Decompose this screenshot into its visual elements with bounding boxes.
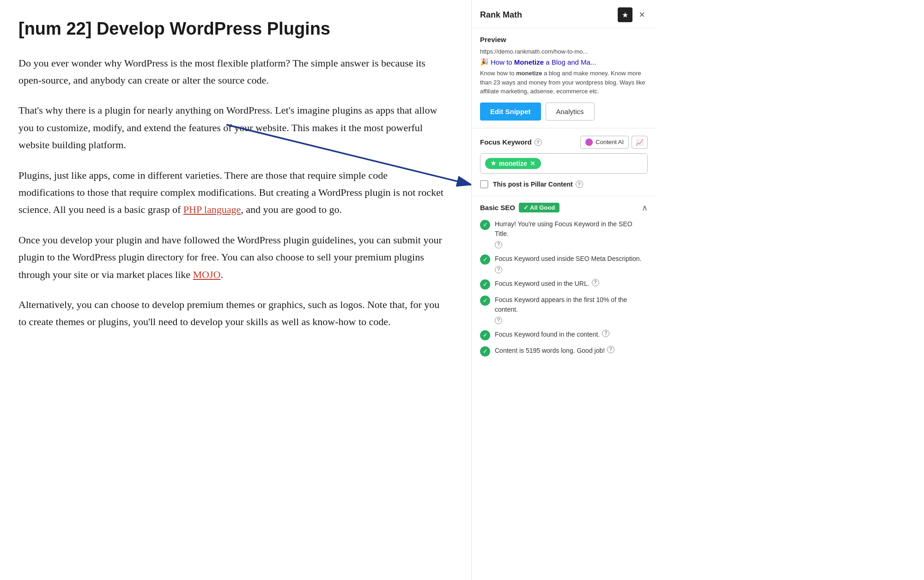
- chart-trend-button[interactable]: 📈: [632, 136, 648, 149]
- preview-title-bold: Monetize: [514, 58, 544, 66]
- keyword-star-icon: ★: [491, 160, 496, 167]
- check-icon-2: ✓: [480, 254, 490, 265]
- content-ai-button[interactable]: Content AI: [580, 136, 629, 149]
- paragraph-3: Plugins, just like apps, come in differe…: [18, 167, 444, 218]
- seo-check-text-5: Focus Keyword found in the content.: [495, 330, 600, 339]
- sidebar-header: Rank Math ★ ×: [472, 0, 656, 28]
- seo-check-text-6: Content is 5195 words long. Good job!: [495, 346, 605, 356]
- content-ai-icon: [585, 139, 593, 146]
- seo-check-item-4: ✓ Focus Keyword appears in the first 10%…: [480, 295, 648, 324]
- sidebar-title: Rank Math: [480, 10, 522, 20]
- analytics-button[interactable]: Analytics: [546, 103, 595, 121]
- check-icon-1: ✓: [480, 220, 490, 230]
- sidebar-header-actions: ★ ×: [618, 7, 648, 22]
- preview-section: Preview https://demo.rankmath.com/how-to…: [472, 28, 656, 128]
- preview-desc-bold: monetize: [516, 70, 542, 77]
- paragraph-4: Once you develop your plugin and have fo…: [18, 231, 444, 283]
- close-icon: ×: [639, 9, 645, 20]
- preview-title-line: 🎉 How to Monetize a Blog and Ma...: [480, 58, 648, 66]
- mojo-link[interactable]: MOJO: [193, 269, 221, 280]
- paragraph-1: Do you ever wonder why WordPress is the …: [18, 54, 444, 89]
- keyword-input-row[interactable]: ★ monetize ✕: [480, 153, 648, 174]
- seo-check-text-1: Hurray! You're using Focus Keyword in th…: [495, 219, 648, 239]
- preview-buttons: Edit Snippet Analytics: [480, 103, 648, 121]
- chart-trend-icon: 📈: [636, 139, 644, 146]
- seo-check-help-6[interactable]: ?: [607, 346, 614, 353]
- preview-title-post: a Blog and Ma...: [544, 58, 596, 66]
- pillar-content-label: This post is Pillar Content ?: [493, 181, 583, 188]
- focus-keyword-section: Focus Keyword ? Content AI 📈 ★ monetize …: [472, 128, 656, 196]
- keyword-remove-icon[interactable]: ✕: [530, 160, 535, 167]
- seo-check-help-3[interactable]: ?: [592, 279, 599, 286]
- focus-keyword-label: Focus Keyword ?: [480, 138, 542, 146]
- seo-check-help-4[interactable]: ?: [495, 317, 502, 324]
- preview-emoji: 🎉: [480, 58, 489, 66]
- preview-url: https://demo.rankmath.com/how-to-mo...: [480, 48, 648, 55]
- pillar-content-checkbox[interactable]: [480, 180, 488, 188]
- pillar-content-row: This post is Pillar Content ?: [480, 180, 648, 188]
- preview-description: Know how to monetize a blog and make mon…: [480, 69, 648, 96]
- seo-check-help-2[interactable]: ?: [495, 266, 502, 273]
- content-ai-label: Content AI: [596, 139, 624, 145]
- seo-check-item-1: ✓ Hurray! You're using Focus Keyword in …: [480, 219, 648, 248]
- keyword-text: monetize: [499, 160, 527, 167]
- seo-check-text-4: Focus Keyword appears in the first 10% o…: [495, 295, 648, 314]
- seo-check-text-2: Focus Keyword used inside SEO Meta Descr…: [495, 254, 641, 264]
- focus-keyword-header: Focus Keyword ? Content AI 📈: [480, 136, 648, 149]
- preview-title-pre: How to: [491, 58, 514, 66]
- sidebar: Rank Math ★ × Preview https://demo.rankm…: [471, 0, 656, 580]
- seo-check-text-3: Focus Keyword used in the URL.: [495, 279, 590, 289]
- paragraph-2: That's why there is a plugin for nearly …: [18, 102, 444, 153]
- main-content-area: [num 22] Develop WordPress Plugins Do yo…: [0, 0, 471, 580]
- edit-snippet-button[interactable]: Edit Snippet: [480, 103, 541, 121]
- seo-check-help-5[interactable]: ?: [602, 330, 609, 337]
- check-icon-3: ✓: [480, 279, 490, 290]
- preview-title-text: How to Monetize a Blog and Ma...: [491, 58, 596, 66]
- keyword-tag: ★ monetize ✕: [485, 158, 541, 169]
- post-title: [num 22] Develop WordPress Plugins: [18, 18, 444, 40]
- seo-check-list: ✓ Hurray! You're using Focus Keyword in …: [480, 219, 648, 356]
- paragraph-5: Alternatively, you can choose to develop…: [18, 296, 444, 331]
- pillar-help-icon[interactable]: ?: [576, 181, 583, 188]
- check-icon-6: ✓: [480, 346, 490, 356]
- seo-check-item-2: ✓ Focus Keyword used inside SEO Meta Des…: [480, 254, 648, 273]
- star-button[interactable]: ★: [618, 7, 632, 22]
- basic-seo-label: Basic SEO ✓ All Good: [480, 203, 559, 212]
- star-icon: ★: [622, 11, 628, 19]
- close-button[interactable]: ×: [636, 9, 648, 21]
- all-good-badge: ✓ All Good: [519, 203, 559, 212]
- seo-check-help-1[interactable]: ?: [495, 241, 502, 248]
- basic-seo-collapse-icon[interactable]: ∧: [642, 203, 648, 213]
- seo-check-item-6: ✓ Content is 5195 words long. Good job! …: [480, 346, 648, 356]
- seo-check-item-5: ✓ Focus Keyword found in the content. ?: [480, 330, 648, 340]
- check-icon-5: ✓: [480, 330, 490, 340]
- basic-seo-header: Basic SEO ✓ All Good ∧: [480, 203, 648, 213]
- preview-label: Preview: [480, 36, 648, 43]
- php-language-link[interactable]: PHP language: [183, 204, 241, 215]
- focus-keyword-help-icon[interactable]: ?: [535, 139, 542, 146]
- check-icon-4: ✓: [480, 296, 490, 306]
- basic-seo-section: Basic SEO ✓ All Good ∧ ✓ Hurray! You're …: [472, 196, 656, 363]
- seo-check-item-3: ✓ Focus Keyword used in the URL. ?: [480, 279, 648, 290]
